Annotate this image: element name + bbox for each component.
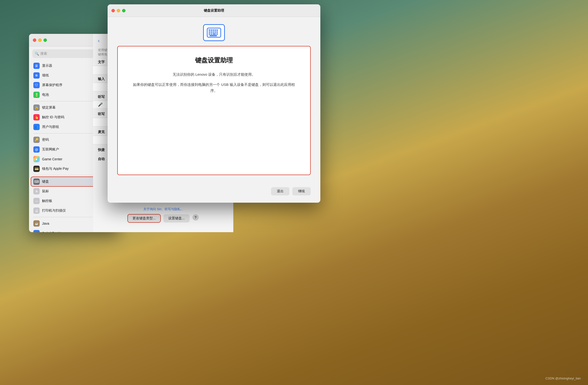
sidebar-item-label: 键盘 <box>42 179 49 184</box>
section-shortcut-label: 快捷 <box>98 148 105 152</box>
svg-rect-12 <box>210 33 212 35</box>
svg-rect-6 <box>209 31 210 33</box>
lock-icon: 🔒 <box>33 105 40 111</box>
touchid-icon: 👆 <box>33 114 40 120</box>
modal-titlebar: 键盘设置助理 <box>107 4 320 17</box>
sidebar-item-label: Game Center <box>42 157 62 161</box>
svg-rect-9 <box>214 31 216 33</box>
svg-rect-5 <box>216 29 218 31</box>
wallet-icon: 💳 <box>33 166 40 172</box>
svg-rect-11 <box>209 33 210 35</box>
svg-rect-10 <box>216 31 218 33</box>
assistant-para-1: 无法识别你的 Lenovo 设备，只有识别后才能使用。 <box>132 71 296 78</box>
keyboard-icon: ⌨ <box>33 178 40 185</box>
sidebar-item-label: 显示器 <box>42 64 52 68</box>
modal-footer: 退出 继续 <box>107 187 320 203</box>
help-button[interactable]: ? <box>192 214 199 221</box>
hint-text-1: 使用键 <box>98 48 107 52</box>
svg-rect-13 <box>212 33 216 35</box>
sidebar-item-label: 屏幕保护程序 <box>42 83 62 87</box>
section-auto-label: 自动 <box>98 157 105 161</box>
keyboard-icon-container <box>117 24 311 41</box>
internet-icon: @ <box>33 146 40 153</box>
settings-action-buttons: 更改键盘类型... 设置键盘... ? <box>128 214 198 222</box>
svg-rect-3 <box>212 29 214 31</box>
sidebar-item-label: 墙纸 <box>42 73 49 78</box>
java-icon: ☕ <box>33 220 40 227</box>
modal-minimize-button[interactable] <box>117 9 120 12</box>
keyboard-icon-box <box>203 24 225 41</box>
search-placeholder: 搜索 <box>40 51 47 56</box>
watermark-text: CSDN @zhixingheyi_tian <box>546 377 581 380</box>
trackpad-icon: ▭ <box>33 198 40 204</box>
printer-icon: 🖨 <box>33 208 40 214</box>
password-icon: 🔑 <box>33 137 40 143</box>
display-icon: 🖥 <box>33 63 40 69</box>
sidebar-item-label: 互联网账户 <box>42 147 59 152</box>
battery-icon: 🔋 <box>33 92 40 98</box>
sidebar-item-label: Java <box>42 221 49 225</box>
svg-rect-15 <box>210 35 217 36</box>
users-icon: 👥 <box>33 124 40 130</box>
sidebar-item-label: 钱包与 Apple Pay <box>42 167 69 171</box>
modal-traffic-lights <box>111 9 126 12</box>
assistant-body: 无法识别你的 Lenovo 设备，只有识别后才能使用。 如果你的键盘可以正常使用… <box>132 71 296 94</box>
modal-close-button[interactable] <box>111 9 115 12</box>
sidebar-item-label: 触控板 <box>42 199 52 203</box>
section-input-label: 输入 <box>98 77 105 81</box>
keyboard-svg-icon <box>207 28 221 38</box>
sidebar-item-label: 用户与群组 <box>42 125 59 129</box>
svg-rect-7 <box>210 31 212 33</box>
keyboard-setup-assistant-modal: 键盘设置助理 <box>107 4 320 203</box>
maximize-button[interactable] <box>43 39 47 42</box>
continue-button[interactable]: 继续 <box>292 187 311 195</box>
sidebar-item-label: 锁定屏幕 <box>42 106 56 110</box>
svg-rect-8 <box>212 31 214 33</box>
svg-rect-14 <box>216 33 218 35</box>
search-icon: 🔍 <box>35 52 39 56</box>
section-dictation-label: 听写 <box>98 95 105 99</box>
section-language-label: 听写 <box>98 112 105 116</box>
microphone-icon: 🎤 <box>98 102 103 107</box>
mouse-icon: 🖱 <box>33 188 40 194</box>
modal-content: 键盘设置助理 无法识别你的 Lenovo 设备，只有识别后才能使用。 如果你的键… <box>107 17 320 187</box>
setup-keyboard-button[interactable]: 设置键盘... <box>164 214 189 222</box>
sidebar-item-label: 电池 <box>42 93 49 97</box>
svg-rect-4 <box>214 29 216 31</box>
section-mic-label: 麦克 <box>98 130 105 134</box>
siri-privacy-link[interactable]: 关于询问 Siri、听写与隐私... <box>143 207 183 211</box>
settings-bottom-actions: 关于询问 Siri、听写与隐私... 更改键盘类型... 设置键盘... ? <box>93 207 233 222</box>
back-arrow-icon: ‹ <box>98 38 100 44</box>
sidebar-item-label: SwitchResX <box>42 231 60 232</box>
modal-maximize-button[interactable] <box>122 9 126 12</box>
screensaver-icon: 🛡 <box>33 82 40 88</box>
assistant-para-2: 如果你的键盘可以正常使用，而你连接到电脑的另一个 USB 输入设备不是键盘，则可… <box>132 82 296 94</box>
sidebar-item-label: 打印机与扫描仪 <box>42 209 66 213</box>
quit-button[interactable]: 退出 <box>271 187 289 195</box>
assistant-message-box: 键盘设置助理 无法识别你的 Lenovo 设备，只有识别后才能使用。 如果你的键… <box>117 46 311 175</box>
svg-rect-1 <box>209 29 210 31</box>
svg-rect-2 <box>210 29 212 31</box>
sidebar-item-label: 鼠标 <box>42 189 49 193</box>
watermark: CSDN @zhixingheyi_tian <box>546 377 581 380</box>
wallpaper-icon: ❄ <box>33 72 40 79</box>
hint-text-2: 键将焦 <box>98 52 107 56</box>
assistant-box-title: 键盘设置助理 <box>132 56 296 64</box>
close-button[interactable] <box>33 39 36 42</box>
sidebar-item-label: 密码 <box>42 138 49 142</box>
minimize-button[interactable] <box>38 39 42 42</box>
change-keyboard-type-button[interactable]: 更改键盘类型... <box>128 214 161 222</box>
modal-title: 键盘设置助理 <box>204 8 224 13</box>
sidebar-item-label: 触控 ID 与密码 <box>42 115 64 119</box>
switchresx-icon: ▣ <box>33 230 40 232</box>
section-wenzi: 文字 <box>98 60 105 64</box>
gamecenter-icon: ● <box>33 156 40 162</box>
